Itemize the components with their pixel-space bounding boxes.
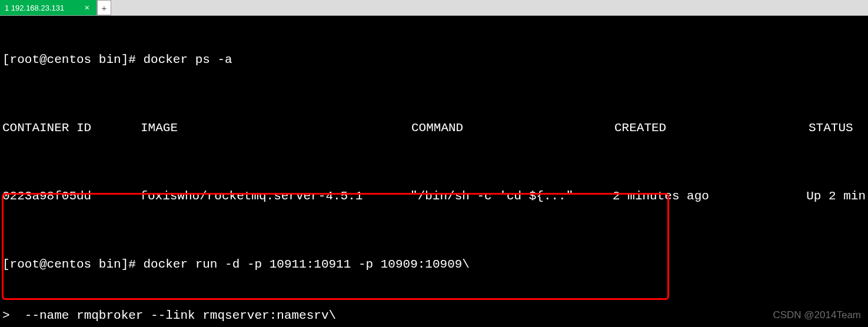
add-tab-button[interactable]: + xyxy=(97,0,111,15)
cell-image: foxiswho/rocketmq:server-4.5.1 xyxy=(140,188,410,205)
col-header-created: CREATED xyxy=(614,119,809,136)
table-row: 0223a98f05ddfoxiswho/rocketmq:server-4.5… xyxy=(2,188,866,205)
tab-bar: 1 192.168.23.131 × + xyxy=(0,0,868,16)
prompt: [root@centos bin]# xyxy=(2,258,143,271)
col-header-command: COMMAND xyxy=(411,119,614,136)
command-text: --name rmqbroker --link rmqserver:namesr… xyxy=(25,309,336,322)
cell-status: Up 2 min xyxy=(806,188,866,205)
col-header-status: STATUS xyxy=(809,119,866,136)
command-text: docker ps -a xyxy=(143,53,232,66)
cell-command: "/bin/sh -c 'cd ${..." xyxy=(410,188,613,205)
cell-created: 2 minutes ago xyxy=(613,188,806,205)
table-header: CONTAINER IDIMAGECOMMANDCREATEDSTATUS xyxy=(2,119,866,136)
col-header-id: CONTAINER ID xyxy=(2,119,141,136)
tab-active[interactable]: 1 192.168.23.131 × xyxy=(0,0,97,15)
command-text: docker run -d -p 10911:10911 -p 10909:10… xyxy=(143,258,470,271)
watermark: CSDN @2014Team xyxy=(773,306,861,323)
prompt: [root@centos bin]# xyxy=(2,53,143,66)
col-header-image: IMAGE xyxy=(141,119,411,136)
terminal[interactable]: [root@centos bin]# docker ps -a CONTAINE… xyxy=(0,16,868,327)
cell-id: 0223a98f05dd xyxy=(2,188,140,205)
continuation-prompt: > xyxy=(2,309,25,322)
plus-icon: + xyxy=(102,0,107,16)
close-icon[interactable]: × xyxy=(84,0,91,16)
highlight-annotation xyxy=(2,193,669,300)
tab-title: 1 192.168.23.131 xyxy=(5,0,64,16)
